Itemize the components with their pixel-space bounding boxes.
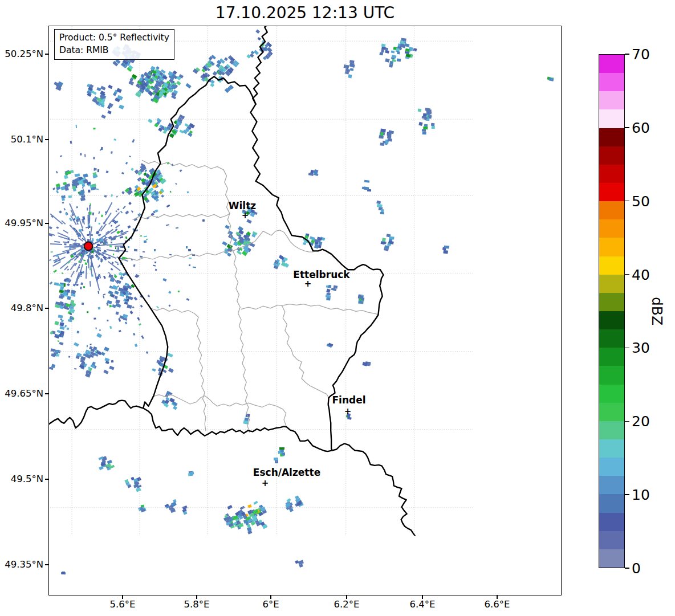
colorbar-segment bbox=[599, 91, 624, 109]
radar-site-marker bbox=[84, 242, 93, 251]
colorbar-tick-label: 40 bbox=[632, 267, 650, 282]
colorbar-segment bbox=[599, 219, 624, 238]
colorbar-segment bbox=[599, 494, 624, 512]
map-plot-area: Product: 0.5° Reflectivity Data: RMIB +W… bbox=[48, 26, 562, 595]
colorbar-segment bbox=[599, 348, 624, 366]
gridlines bbox=[48, 26, 473, 536]
colorbar-axis-label: dBZ bbox=[649, 297, 665, 325]
colorbar-tickmark bbox=[625, 494, 629, 495]
y-tick-label: 49.5°N bbox=[0, 475, 43, 484]
country-borders bbox=[48, 26, 416, 537]
radar-screenshot-root: { "header": { "title": "17.10.2025 12:13… bbox=[0, 0, 675, 616]
colorbar-segment bbox=[599, 275, 624, 293]
colorbar-tick-label: 30 bbox=[632, 341, 650, 355]
colorbar-segment bbox=[599, 421, 624, 439]
colorbar-segment bbox=[599, 165, 624, 183]
colorbar-tick-label: 20 bbox=[632, 414, 650, 429]
colorbar-segment bbox=[599, 531, 624, 549]
colorbar-segment bbox=[599, 385, 624, 403]
x-tickmark bbox=[422, 595, 422, 599]
colorbar-tickmark bbox=[625, 274, 629, 275]
colorbar-segment bbox=[599, 458, 624, 476]
colorbar-segment bbox=[599, 403, 624, 421]
colorbar-segment bbox=[599, 513, 624, 531]
colorbar-segment bbox=[599, 201, 624, 219]
product-info-box: Product: 0.5° Reflectivity Data: RMIB bbox=[54, 29, 174, 60]
y-tick-label: 50.25°N bbox=[0, 50, 43, 59]
city-marker: + bbox=[344, 406, 352, 417]
colorbar-tick-label: 70 bbox=[632, 47, 650, 62]
x-tickmark bbox=[497, 595, 497, 599]
x-tickmark bbox=[122, 595, 123, 599]
colorbar-tick-label: 0 bbox=[632, 561, 641, 576]
x-tickmark bbox=[196, 595, 197, 599]
colorbar-segment bbox=[599, 128, 624, 146]
city-label: Esch/Alzette bbox=[253, 467, 320, 478]
x-tickmark bbox=[346, 595, 347, 599]
city-marker: + bbox=[262, 478, 269, 488]
x-tick-label: 6.6°E bbox=[474, 599, 520, 610]
colorbar-segment bbox=[599, 73, 624, 91]
y-tick-label: 50.1°N bbox=[0, 135, 43, 144]
x-tickmark bbox=[270, 595, 271, 599]
y-tick-label: 49.8°N bbox=[0, 304, 43, 313]
x-tick-label: 6.4°E bbox=[400, 599, 445, 610]
colorbar-segment bbox=[599, 109, 624, 128]
colorbar-tickmark bbox=[625, 421, 629, 422]
city-label: Ettelbruck bbox=[293, 269, 349, 280]
colorbar-segment bbox=[599, 329, 624, 348]
colorbar bbox=[599, 54, 625, 568]
plot-title: 17.10.2025 12:13 UTC bbox=[48, 3, 562, 22]
colorbar-segment bbox=[599, 146, 624, 165]
colorbar-tick-label: 50 bbox=[632, 194, 650, 208]
colorbar-tick-label: 10 bbox=[632, 488, 650, 502]
city-label: Findel bbox=[332, 394, 365, 406]
x-tick-label: 6.2°E bbox=[324, 599, 369, 610]
x-tick-label: 5.6°E bbox=[100, 599, 145, 610]
colorbar-tickmark bbox=[625, 348, 629, 348]
y-tick-label: 49.35°N bbox=[0, 560, 43, 569]
x-tick-label: 5.8°E bbox=[174, 599, 219, 610]
x-tick-label: 6°E bbox=[248, 599, 294, 610]
colorbar-segment bbox=[599, 549, 624, 568]
map-borders-svg bbox=[48, 26, 562, 595]
y-tick-label: 49.95°N bbox=[0, 219, 43, 228]
colorbar-segment bbox=[599, 476, 624, 494]
colorbar-tickmark bbox=[625, 201, 629, 201]
y-tick-label: 49.65°N bbox=[0, 389, 43, 398]
colorbar-tickmark bbox=[625, 568, 629, 568]
city-label: Wiltz bbox=[229, 200, 256, 211]
colorbar-tickmark bbox=[625, 54, 629, 54]
data-source-line: Data: RMIB bbox=[59, 44, 169, 56]
colorbar-segment bbox=[599, 256, 624, 275]
city-marker: + bbox=[242, 210, 249, 221]
colorbar-segment bbox=[599, 183, 624, 201]
colorbar-tickmark bbox=[625, 127, 629, 128]
colorbar-segment bbox=[599, 293, 624, 311]
colorbar-segment bbox=[599, 311, 624, 329]
colorbar-segment bbox=[599, 55, 624, 73]
colorbar-tick-label: 60 bbox=[632, 120, 650, 134]
colorbar-segment bbox=[599, 366, 624, 384]
colorbar-segment bbox=[599, 238, 624, 256]
product-info-line: Product: 0.5° Reflectivity bbox=[59, 31, 169, 44]
colorbar-segment bbox=[599, 439, 624, 458]
